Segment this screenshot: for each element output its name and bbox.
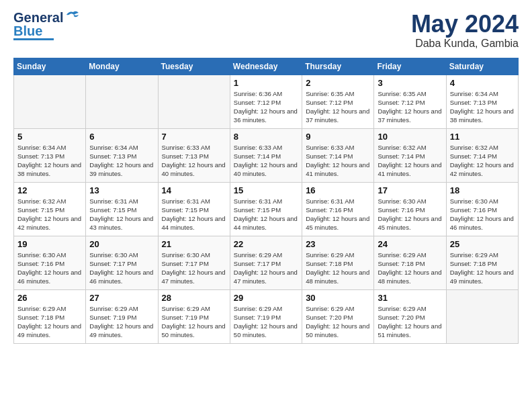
day-info: Sunrise: 6:31 AM Sunset: 7:15 PM Dayligh… [234, 197, 298, 232]
day-number: 25 [450, 239, 515, 249]
day-number: 28 [162, 293, 226, 303]
day-number: 18 [450, 185, 515, 195]
day-number: 10 [378, 132, 442, 142]
day-number: 30 [306, 293, 370, 303]
day-number: 9 [306, 132, 370, 142]
calendar-cell: 26Sunrise: 6:29 AM Sunset: 7:18 PM Dayli… [14, 289, 86, 343]
calendar-cell: 10Sunrise: 6:32 AM Sunset: 7:14 PM Dayli… [374, 128, 446, 182]
weekday-header: Saturday [446, 58, 518, 75]
day-info: Sunrise: 6:29 AM Sunset: 7:18 PM Dayligh… [378, 250, 442, 286]
logo: General Blue [13, 11, 80, 40]
day-number: 11 [450, 132, 515, 142]
day-number: 1 [234, 78, 298, 88]
day-info: Sunrise: 6:30 AM Sunset: 7:16 PM Dayligh… [17, 250, 82, 286]
day-number: 7 [162, 132, 226, 142]
calendar-cell: 15Sunrise: 6:31 AM Sunset: 7:15 PM Dayli… [230, 182, 302, 236]
day-info: Sunrise: 6:30 AM Sunset: 7:16 PM Dayligh… [378, 197, 442, 232]
weekday-header: Wednesday [230, 58, 302, 75]
day-info: Sunrise: 6:34 AM Sunset: 7:13 PM Dayligh… [17, 143, 82, 179]
day-number: 15 [234, 185, 298, 195]
weekday-header: Tuesday [158, 58, 230, 75]
calendar-cell: 11Sunrise: 6:32 AM Sunset: 7:14 PM Dayli… [446, 128, 518, 182]
calendar-cell: 22Sunrise: 6:29 AM Sunset: 7:17 PM Dayli… [230, 236, 302, 289]
day-info: Sunrise: 6:29 AM Sunset: 7:18 PM Dayligh… [306, 250, 370, 286]
day-number: 13 [89, 185, 154, 195]
day-number: 17 [378, 185, 442, 195]
calendar-cell: 17Sunrise: 6:30 AM Sunset: 7:16 PM Dayli… [374, 182, 446, 236]
day-number: 24 [378, 239, 442, 249]
day-number: 14 [162, 185, 226, 195]
location: Daba Kunda, Gambia [411, 38, 519, 50]
day-number: 16 [306, 185, 370, 195]
calendar-cell: 31Sunrise: 6:29 AM Sunset: 7:20 PM Dayli… [374, 289, 446, 343]
calendar-week-row: 26Sunrise: 6:29 AM Sunset: 7:18 PM Dayli… [14, 289, 519, 343]
logo-general: General [13, 11, 63, 24]
day-number: 8 [234, 132, 298, 142]
calendar-week-row: 19Sunrise: 6:30 AM Sunset: 7:16 PM Dayli… [14, 236, 519, 289]
day-info: Sunrise: 6:29 AM Sunset: 7:20 PM Dayligh… [378, 304, 442, 340]
calendar-cell: 5Sunrise: 6:34 AM Sunset: 7:13 PM Daylig… [14, 128, 86, 182]
calendar-cell: 2Sunrise: 6:35 AM Sunset: 7:12 PM Daylig… [302, 75, 374, 128]
calendar-cell: 25Sunrise: 6:29 AM Sunset: 7:18 PM Dayli… [446, 236, 518, 289]
calendar-cell: 1Sunrise: 6:36 AM Sunset: 7:12 PM Daylig… [230, 75, 302, 128]
day-info: Sunrise: 6:29 AM Sunset: 7:19 PM Dayligh… [234, 304, 298, 340]
day-info: Sunrise: 6:29 AM Sunset: 7:17 PM Dayligh… [234, 250, 298, 286]
day-number: 12 [17, 185, 82, 195]
day-number: 2 [306, 78, 370, 88]
calendar-cell [14, 75, 86, 128]
calendar-cell: 13Sunrise: 6:31 AM Sunset: 7:15 PM Dayli… [86, 182, 158, 236]
day-info: Sunrise: 6:29 AM Sunset: 7:19 PM Dayligh… [89, 304, 154, 340]
calendar-cell: 16Sunrise: 6:31 AM Sunset: 7:16 PM Dayli… [302, 182, 374, 236]
weekday-header: Sunday [14, 58, 86, 75]
day-number: 3 [378, 78, 442, 88]
day-info: Sunrise: 6:30 AM Sunset: 7:17 PM Dayligh… [162, 250, 226, 286]
day-number: 21 [162, 239, 226, 249]
day-info: Sunrise: 6:32 AM Sunset: 7:14 PM Dayligh… [378, 143, 442, 179]
day-info: Sunrise: 6:32 AM Sunset: 7:14 PM Dayligh… [450, 143, 515, 179]
day-number: 6 [89, 132, 154, 142]
weekday-header: Thursday [302, 58, 374, 75]
calendar-cell: 20Sunrise: 6:30 AM Sunset: 7:17 PM Dayli… [86, 236, 158, 289]
logo-underline [13, 38, 54, 40]
calendar-week-row: 1Sunrise: 6:36 AM Sunset: 7:12 PM Daylig… [14, 75, 519, 128]
weekday-header-row: SundayMondayTuesdayWednesdayThursdayFrid… [14, 58, 519, 75]
page-header: General Blue May 2024 Daba Kunda, Gambia [13, 11, 519, 50]
calendar-cell [86, 75, 158, 128]
calendar-week-row: 12Sunrise: 6:32 AM Sunset: 7:15 PM Dayli… [14, 182, 519, 236]
calendar-cell: 14Sunrise: 6:31 AM Sunset: 7:15 PM Dayli… [158, 182, 230, 236]
calendar-cell: 23Sunrise: 6:29 AM Sunset: 7:18 PM Dayli… [302, 236, 374, 289]
day-number: 20 [89, 239, 154, 249]
day-info: Sunrise: 6:29 AM Sunset: 7:18 PM Dayligh… [450, 250, 515, 286]
day-info: Sunrise: 6:30 AM Sunset: 7:17 PM Dayligh… [89, 250, 154, 286]
day-number: 31 [378, 293, 442, 303]
calendar-cell: 8Sunrise: 6:33 AM Sunset: 7:14 PM Daylig… [230, 128, 302, 182]
calendar-cell: 7Sunrise: 6:33 AM Sunset: 7:13 PM Daylig… [158, 128, 230, 182]
calendar-cell: 24Sunrise: 6:29 AM Sunset: 7:18 PM Dayli… [374, 236, 446, 289]
day-info: Sunrise: 6:29 AM Sunset: 7:18 PM Dayligh… [17, 304, 82, 340]
calendar-cell: 19Sunrise: 6:30 AM Sunset: 7:16 PM Dayli… [14, 236, 86, 289]
day-info: Sunrise: 6:34 AM Sunset: 7:13 PM Dayligh… [89, 143, 154, 179]
day-info: Sunrise: 6:35 AM Sunset: 7:12 PM Dayligh… [306, 89, 370, 125]
logo-blue: Blue [13, 24, 42, 38]
weekday-header: Friday [374, 58, 446, 75]
day-info: Sunrise: 6:30 AM Sunset: 7:16 PM Dayligh… [450, 197, 515, 232]
calendar-cell: 9Sunrise: 6:33 AM Sunset: 7:14 PM Daylig… [302, 128, 374, 182]
day-number: 23 [306, 239, 370, 249]
day-info: Sunrise: 6:31 AM Sunset: 7:15 PM Dayligh… [162, 197, 226, 232]
calendar-cell: 21Sunrise: 6:30 AM Sunset: 7:17 PM Dayli… [158, 236, 230, 289]
calendar-cell [446, 289, 518, 343]
weekday-header: Monday [86, 58, 158, 75]
day-info: Sunrise: 6:33 AM Sunset: 7:14 PM Dayligh… [306, 143, 370, 179]
day-number: 27 [89, 293, 154, 303]
day-info: Sunrise: 6:31 AM Sunset: 7:16 PM Dayligh… [306, 197, 370, 232]
day-info: Sunrise: 6:29 AM Sunset: 7:19 PM Dayligh… [162, 304, 226, 340]
calendar-cell: 27Sunrise: 6:29 AM Sunset: 7:19 PM Dayli… [86, 289, 158, 343]
day-number: 5 [17, 132, 82, 142]
calendar-cell: 30Sunrise: 6:29 AM Sunset: 7:20 PM Dayli… [302, 289, 374, 343]
bird-icon [65, 9, 80, 20]
day-info: Sunrise: 6:32 AM Sunset: 7:15 PM Dayligh… [17, 197, 82, 232]
day-number: 29 [234, 293, 298, 303]
calendar-cell: 28Sunrise: 6:29 AM Sunset: 7:19 PM Dayli… [158, 289, 230, 343]
day-info: Sunrise: 6:29 AM Sunset: 7:20 PM Dayligh… [306, 304, 370, 340]
day-number: 22 [234, 239, 298, 249]
